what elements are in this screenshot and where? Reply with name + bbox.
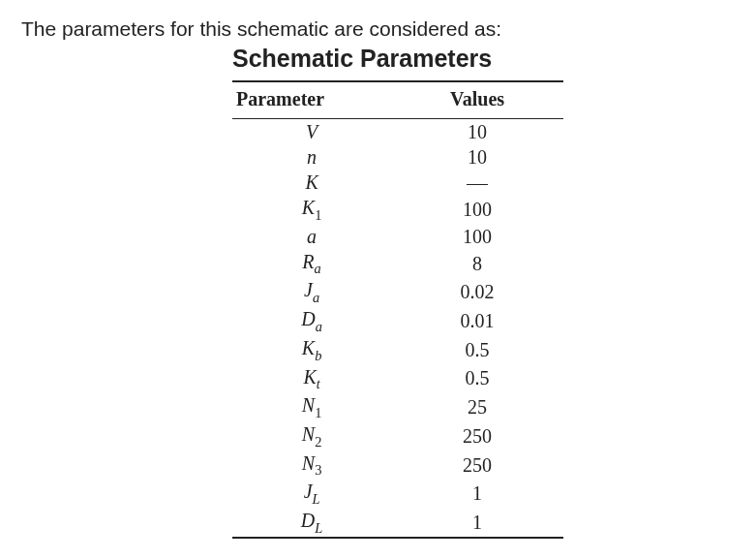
param-subscript: 1 (315, 405, 321, 420)
value-text: 250 (463, 425, 492, 447)
param-base: K (302, 337, 315, 358)
value-cell: 25 (391, 392, 563, 421)
table-row: a100 (232, 224, 563, 249)
table-header-row: Parameter Values (232, 81, 563, 119)
param-subscript: 3 (315, 462, 321, 478)
header-parameter: Parameter (232, 81, 391, 119)
value-text: 10 (468, 146, 487, 168)
value-cell: 10 (391, 119, 563, 145)
param-cell: K1 (232, 195, 391, 224)
param-subscript: L (313, 491, 320, 507)
param-cell: N1 (232, 392, 391, 421)
table-row: N3250 (232, 450, 563, 480)
value-cell: 8 (391, 249, 563, 278)
param-cell: Ra (232, 249, 391, 278)
table-row: Ja0.02 (232, 277, 563, 306)
value-text: 100 (463, 199, 492, 220)
table-title: Schematic Parameters (232, 45, 563, 73)
param-cell: DL (232, 508, 391, 538)
table-row: DL1 (232, 508, 563, 538)
param-subscript: a (313, 290, 319, 305)
param-subscript: a (316, 319, 322, 334)
table-row: Da0.01 (232, 306, 563, 335)
value-text: 1 (472, 512, 482, 533)
page: The parameters for this schematic are co… (0, 0, 756, 556)
value-text: 1 (472, 482, 482, 504)
header-values: Values (391, 81, 563, 119)
table-row: K1100 (232, 195, 563, 224)
param-cell: K (232, 170, 391, 195)
param-subscript: 2 (315, 434, 321, 450)
value-text: 8 (472, 253, 482, 274)
param-subscript: t (317, 376, 320, 391)
value-cell: 250 (391, 421, 563, 450)
value-cell: 250 (391, 450, 563, 480)
param-subscript: b (315, 348, 321, 363)
table-row: N2250 (232, 421, 563, 450)
table-body: V10n10KK1100a100Ra8Ja0.02Da0.01Kb0.5Kt0.… (232, 119, 563, 538)
dash-icon (467, 184, 488, 185)
value-cell: 10 (391, 144, 563, 170)
value-text: 25 (468, 396, 487, 418)
param-base: a (307, 226, 317, 247)
param-base: J (304, 279, 313, 300)
value-cell: 100 (391, 195, 563, 224)
table-row: Kt0.5 (232, 364, 563, 393)
value-text: 0.5 (466, 339, 490, 360)
value-cell (391, 170, 563, 195)
value-cell: 0.5 (391, 335, 563, 364)
param-cell: JL (232, 479, 391, 508)
param-base: N (302, 452, 315, 474)
intro-text: The parameters for this schematic are co… (21, 17, 735, 41)
param-base: V (306, 121, 318, 142)
value-text: 0.02 (461, 281, 495, 302)
param-base: K (303, 366, 316, 388)
param-cell: N3 (232, 450, 391, 480)
parameters-table: Parameter Values V10n10KK1100a100Ra8Ja0.… (232, 80, 563, 539)
table-row: V10 (232, 119, 563, 145)
table-row: Ra8 (232, 249, 563, 278)
value-text: 0.01 (461, 310, 495, 331)
param-subscript: a (315, 261, 321, 276)
table-row: Kb0.5 (232, 335, 563, 364)
param-cell: N2 (232, 421, 391, 450)
param-base: N (302, 423, 315, 445)
table-wrap: Schematic Parameters Parameter Values V1… (232, 45, 563, 539)
table-row: K (232, 170, 563, 195)
value-text: 100 (463, 226, 492, 247)
param-cell: Ja (232, 277, 391, 306)
value-cell: 1 (391, 508, 563, 538)
param-cell: Da (232, 306, 391, 335)
table-row: n10 (232, 144, 563, 170)
value-cell: 0.5 (391, 364, 563, 393)
table-row: N125 (232, 392, 563, 421)
param-base: K (302, 197, 315, 218)
value-text: 0.5 (466, 367, 490, 388)
param-cell: Kt (232, 364, 391, 393)
param-base: n (307, 146, 317, 168)
param-cell: a (232, 224, 391, 249)
param-subscript: L (315, 520, 322, 536)
value-cell: 0.02 (391, 277, 563, 306)
value-cell: 0.01 (391, 306, 563, 335)
param-cell: n (232, 144, 391, 170)
param-subscript: 1 (315, 207, 321, 223)
value-cell: 100 (391, 224, 563, 249)
param-base: J (304, 481, 313, 502)
param-cell: Kb (232, 335, 391, 364)
value-text: 10 (468, 121, 487, 142)
table-row: JL1 (232, 479, 563, 508)
value-text: 250 (463, 454, 492, 476)
param-base: K (305, 171, 318, 193)
param-cell: V (232, 119, 391, 145)
value-cell: 1 (391, 479, 563, 508)
param-base: D (301, 308, 315, 329)
param-base: N (302, 394, 315, 416)
param-base: D (301, 510, 315, 531)
param-base: R (302, 251, 314, 272)
